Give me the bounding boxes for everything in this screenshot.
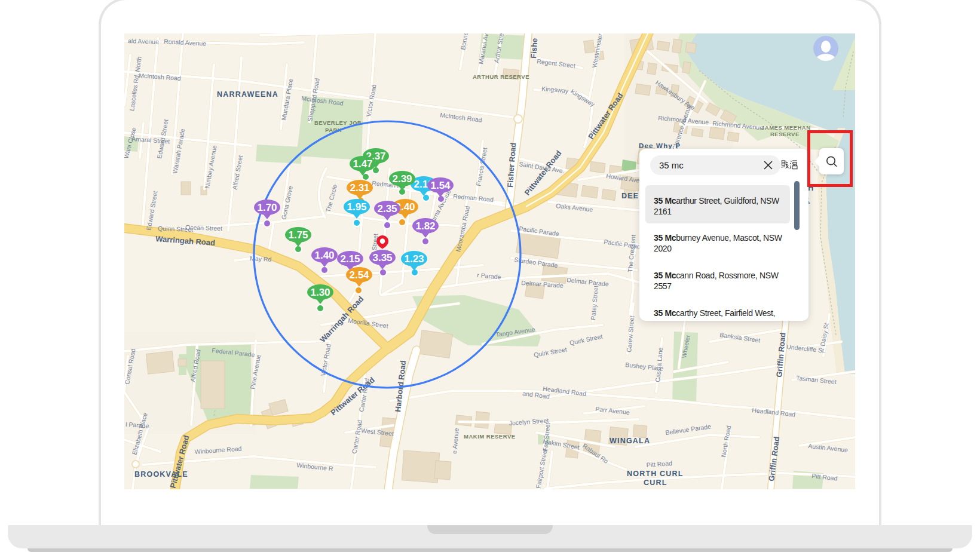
svg-text:BROOKVALE: BROOKVALE <box>134 470 188 479</box>
svg-text:NORTH CURL: NORTH CURL <box>627 470 684 478</box>
svg-text:MAKIM RESERVE: MAKIM RESERVE <box>464 433 516 440</box>
svg-text:NARRAWEENA: NARRAWEENA <box>217 90 278 99</box>
svg-text:JAMES MEEHAN: JAMES MEEHAN <box>761 124 811 131</box>
svg-text:WINGALA: WINGALA <box>610 437 650 445</box>
svg-text:ald Avenue: ald Avenue <box>128 37 159 45</box>
svg-text:Ocean Street: Ocean Street <box>185 223 222 232</box>
svg-text:CURL: CURL <box>644 479 667 487</box>
svg-text:ARTHUR RESERVE: ARTHUR RESERVE <box>473 73 529 80</box>
svg-text:Fishe: Fishe <box>529 38 539 59</box>
svg-text:RESERVE: RESERVE <box>770 131 800 137</box>
